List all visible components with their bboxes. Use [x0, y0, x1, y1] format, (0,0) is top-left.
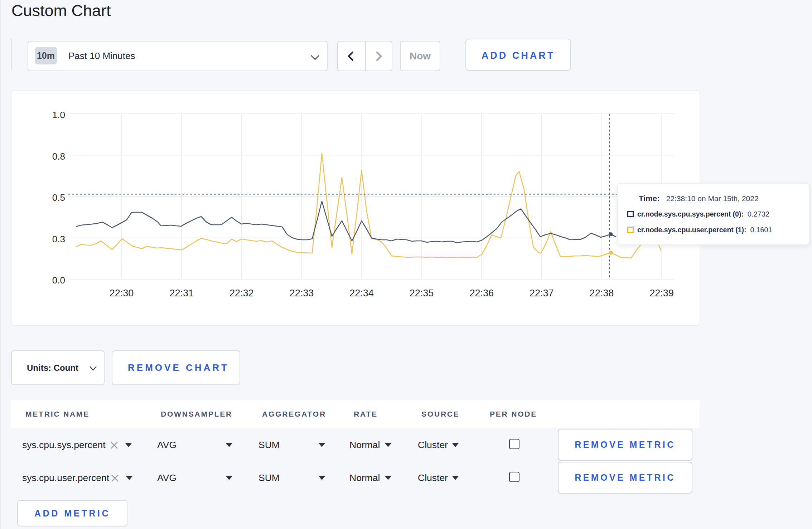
svg-text:22:33: 22:33: [290, 288, 314, 299]
svg-text:22:38: 22:38: [590, 288, 614, 299]
svg-text:22:31: 22:31: [169, 288, 194, 299]
svg-text:22:32: 22:32: [229, 288, 254, 299]
svg-text:22:35: 22:35: [410, 288, 434, 299]
svg-text:22:36: 22:36: [469, 288, 494, 299]
svg-text:0.0: 0.0: [52, 275, 65, 286]
svg-text:22:34: 22:34: [349, 288, 374, 299]
svg-text:0.5: 0.5: [52, 192, 65, 203]
svg-text:22:37: 22:37: [530, 288, 554, 299]
svg-text:1.0: 1.0: [52, 110, 65, 120]
svg-text:22:39: 22:39: [649, 288, 674, 299]
svg-text:0.3: 0.3: [52, 234, 65, 244]
svg-text:22:30: 22:30: [110, 288, 134, 299]
svg-text:0.8: 0.8: [52, 151, 65, 162]
